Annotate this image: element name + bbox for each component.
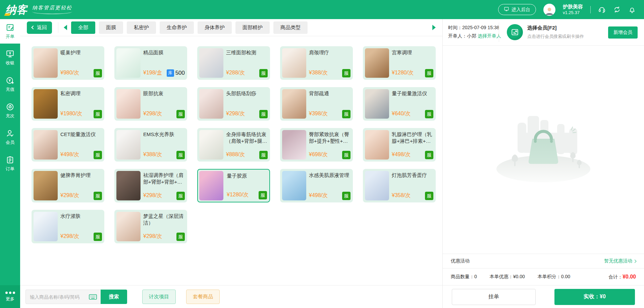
order-discount: 本单优惠：¥0.00 (490, 274, 525, 280)
product-image (365, 130, 389, 160)
package-products-button[interactable]: 套餐商品 (186, 290, 220, 304)
category-tabbar: 返回 全部面膜私密护生命养护身体养护面部精护商品类型 (20, 19, 442, 36)
back-button[interactable]: 返回 (27, 21, 52, 34)
sidebar-item-label: 充次 (6, 113, 14, 119)
pay-button[interactable]: 实收：¥0 (554, 289, 635, 305)
sidebar-item-orders[interactable]: 订单 (0, 151, 20, 176)
product-card[interactable]: 臀部紧致抗衰（臀部+提升+塑性+… ¥698/次 服 (280, 128, 353, 162)
promo-label: 优惠活动 (451, 258, 470, 264)
logo-accent (4, 13, 10, 16)
product-card[interactable]: EMS水光养肤 ¥388/次 服 (114, 128, 187, 162)
operator-label: 开单人： (448, 33, 467, 39)
select-operator-link[interactable]: 选择开单人 (478, 33, 501, 39)
headset-icon[interactable] (598, 6, 606, 13)
sidebar-item-more[interactable]: 更多 (0, 285, 20, 308)
product-price: ¥288/次 (226, 69, 245, 76)
promo-link[interactable]: 暂无优惠活动 (604, 258, 636, 264)
search-input[interactable] (29, 294, 89, 300)
product-name: 量子能量激活仪 (392, 90, 433, 97)
order-panel: 时间：2025-07-09 15:38 开单人：小郑 选择开单人 选择会员[F2… (442, 19, 644, 308)
product-card[interactable]: 祛湿调养护理（肩部+肾部+背部+… ¥298/次 服 (114, 169, 187, 202)
scroll-left-icon[interactable] (64, 25, 67, 30)
keyboard-icon[interactable] (89, 294, 97, 300)
add-member-button[interactable]: 新增会员 (608, 26, 638, 39)
member-selector[interactable]: 选择会员[F2] 点击进行会员搜索或刷卡操作 (507, 24, 584, 40)
product-price: ¥298/次 (143, 233, 162, 240)
product-name: 全身排毒筋络抗衰（肩颈+背部+腿… (226, 131, 268, 144)
search-button[interactable]: 搜索 (101, 290, 127, 304)
product-card[interactable]: 健脾养胃护理 ¥298/次 服 (32, 169, 104, 202)
hold-order-button[interactable]: 挂单 (452, 289, 536, 305)
sidebar-item-label: 会员 (6, 139, 14, 145)
topbar-divider (590, 6, 591, 13)
product-image (116, 212, 141, 241)
order-time-row: 时间：2025-07-09 15:38 (448, 23, 501, 32)
tab-mask[interactable]: 面膜 (99, 21, 123, 34)
enter-backend-button[interactable]: 进入后台 (498, 4, 536, 15)
tab-body-care[interactable]: 身体养护 (198, 21, 232, 34)
product-card[interactable]: 灯泡肌芳香蛋疗 ¥358/次 服 (363, 169, 436, 202)
sidebar-item-cashier[interactable]: 收银 (0, 46, 20, 70)
product-image (116, 89, 141, 119)
recharge-icon (6, 76, 14, 85)
service-badge: 服 (259, 69, 268, 77)
sidebar-item-recharge[interactable]: 充值 (0, 72, 20, 97)
product-price: ¥1280/次 (392, 69, 414, 76)
product-price: ¥640/次 (392, 110, 411, 117)
product-price: ¥1280/次 (227, 191, 249, 198)
product-image (34, 171, 58, 200)
search-bar: 搜索 计次项目 套餐商品 (20, 285, 442, 308)
sync-icon[interactable] (613, 6, 621, 13)
product-name: 臀部紧致抗衰（臀部+提升+塑性+… (309, 131, 351, 144)
product-card[interactable]: 宫寒调理 ¥1280/次 服 (363, 46, 436, 80)
tab-face-care[interactable]: 面部精护 (235, 21, 270, 34)
count-items-button[interactable]: 计次项目 (142, 290, 176, 304)
stock-badge: 库 (167, 69, 174, 77)
sidebar-item-billing[interactable]: 开单 (0, 19, 20, 44)
sidebar: 开单 收银 充值 充次 会员 订单 更多 (0, 19, 20, 308)
sidebar-item-label: 开单 (6, 34, 14, 40)
product-card[interactable]: 肩颈理疗 ¥388/次 服 (280, 46, 353, 80)
product-card[interactable]: 眼部抗衰 ¥298/次 服 (114, 87, 187, 121)
product-name: 健脾养胃护理 (60, 172, 102, 179)
back-label: 返回 (37, 24, 47, 31)
product-name: 量子胶原 (227, 173, 267, 179)
service-badge: 服 (176, 151, 185, 159)
product-card[interactable]: CET能量激活仪 ¥498/次 服 (32, 128, 104, 162)
product-card[interactable]: 量子胶原 ¥1280/次 服 (197, 169, 270, 202)
product-card[interactable]: 背部疏通 ¥398/次 服 (280, 87, 353, 121)
operator-name: 小郑 (467, 33, 476, 39)
chevron-right-icon (633, 259, 637, 263)
tab-label: 身体养护 (205, 24, 225, 30)
product-card[interactable]: 精品面膜 ¥198/盒 库 500 (114, 46, 187, 80)
product-name: EMS水光养肤 (143, 131, 185, 138)
product-card[interactable]: 暖巢护理 ¥980/次 服 (32, 46, 104, 80)
product-image (365, 171, 389, 200)
sidebar-item-times[interactable]: 充次 (0, 99, 20, 123)
tab-life-care[interactable]: 生命养护 (160, 21, 194, 34)
main-content: 返回 全部面膜私密护生命养护身体养护面部精护商品类型 暖巢护理 ¥980/次 服… (20, 19, 442, 308)
bell-icon[interactable] (628, 6, 636, 13)
product-card[interactable]: 私密调理 ¥1980/次 服 (32, 87, 104, 121)
product-card[interactable]: 量子能量激活仪 ¥640/次 服 (363, 87, 436, 121)
sidebar-item-member[interactable]: 会员 (0, 125, 20, 149)
scroll-right-icon[interactable] (432, 25, 436, 30)
member-title: 选择会员[F2] (527, 25, 584, 31)
product-card[interactable]: 三维面部检测 ¥288/次 服 (197, 46, 270, 80)
product-image (116, 48, 141, 78)
sidebar-item-label: 充值 (6, 86, 14, 93)
service-badge: 服 (425, 69, 433, 77)
tab-product-type[interactable]: 商品类型 (273, 21, 308, 34)
product-card[interactable]: 乳腺淋巴护理（乳腺+淋巴+排素+… ¥498/次 服 (363, 128, 436, 162)
more-label: 更多 (6, 296, 14, 302)
brand-slogan: 纳客管店更轻松 (32, 5, 72, 14)
product-card[interactable]: 梦蓝之星（深层清洁） ¥298/次 服 (114, 210, 187, 243)
tab-label: 面部精护 (243, 24, 263, 30)
product-card[interactable]: 水感美肌原液管理 ¥498/次 服 (280, 169, 353, 202)
product-card[interactable]: 水疗灌肤 ¥298/次 服 (32, 210, 104, 243)
product-card[interactable]: 全身排毒筋络抗衰（肩颈+背部+腿… ¥888/次 服 (197, 128, 270, 162)
avatar[interactable] (543, 4, 555, 16)
product-card[interactable]: 头部筋络刮痧 ¥298/次 服 (197, 87, 270, 121)
tab-private-care[interactable]: 私密护 (127, 21, 156, 34)
tab-all[interactable]: 全部 (71, 21, 95, 34)
